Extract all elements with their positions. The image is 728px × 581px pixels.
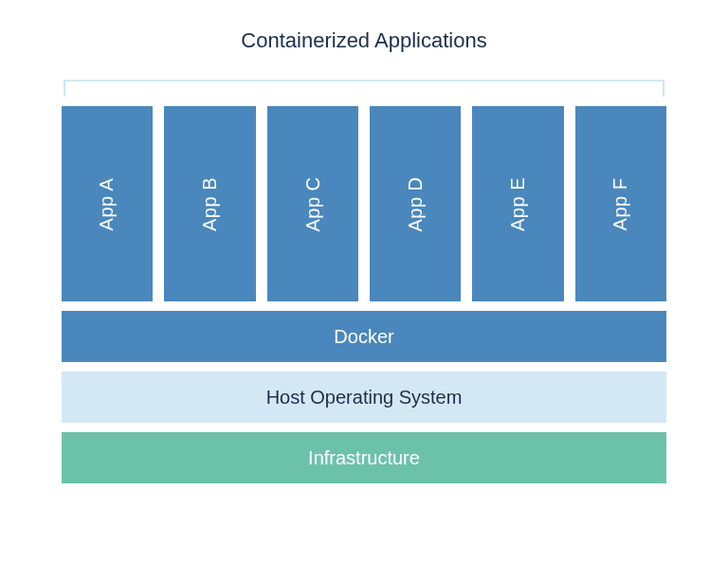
- app-box-f: App F: [575, 106, 666, 301]
- app-label: App D: [405, 176, 427, 231]
- grouping-bracket: [64, 80, 664, 97]
- app-box-c: App C: [267, 106, 358, 301]
- app-label: App F: [610, 177, 631, 230]
- app-label: App E: [507, 177, 529, 231]
- container-architecture-diagram: Containerized Applications App A App B A…: [62, 28, 666, 483]
- app-label: App B: [199, 177, 221, 231]
- apps-row: App A App B App C App D App E App F: [62, 106, 666, 301]
- app-box-d: App D: [370, 106, 461, 301]
- app-label: App A: [97, 177, 118, 230]
- app-label: App C: [301, 176, 323, 231]
- app-box-e: App E: [472, 106, 563, 301]
- diagram-title: Containerized Applications: [62, 28, 666, 53]
- infrastructure-layer-label: Infrastructure: [308, 447, 420, 469]
- host-os-layer: Host Operating System: [62, 372, 666, 423]
- app-box-a: App A: [62, 106, 153, 301]
- docker-layer-label: Docker: [334, 326, 393, 348]
- app-box-b: App B: [164, 106, 255, 301]
- infrastructure-layer: Infrastructure: [62, 432, 666, 483]
- docker-layer: Docker: [62, 311, 666, 362]
- host-os-layer-label: Host Operating System: [266, 387, 463, 409]
